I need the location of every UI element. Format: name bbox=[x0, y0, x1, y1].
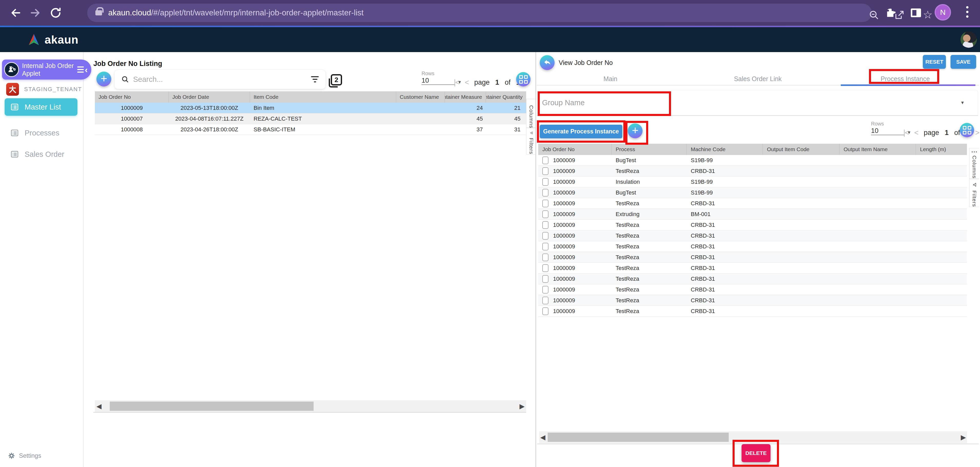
collapse-menu-icon[interactable]: ‹ bbox=[77, 65, 88, 74]
sidebar-item-processes[interactable]: Processes bbox=[5, 124, 78, 142]
applet-badge[interactable]: Internal Job Order Applet ‹ bbox=[2, 59, 91, 80]
row-checkbox[interactable] bbox=[542, 210, 549, 218]
column-header[interactable]: Job Order No bbox=[538, 144, 611, 155]
filter-icon[interactable] bbox=[311, 76, 319, 82]
tab-process-instance[interactable]: Process Instance bbox=[832, 73, 979, 85]
cell bbox=[396, 103, 445, 113]
table-row[interactable]: 1000009TestRezaCRBD-31 bbox=[538, 166, 967, 177]
column-header[interactable]: Output Item Code bbox=[763, 144, 840, 155]
sidebar-item-tenant[interactable]: STAGING_TENANT bbox=[6, 83, 82, 96]
table-row[interactable]: 1000009TestRezaCRBD-31 bbox=[538, 274, 967, 284]
column-header[interactable]: Process bbox=[611, 144, 687, 155]
column-header[interactable]: Container Quantity bbox=[486, 91, 526, 103]
column-header[interactable]: Customer Name bbox=[396, 91, 445, 103]
columns-side-tab[interactable]: Columns bbox=[969, 148, 979, 179]
duplicate-icon[interactable]: 2 bbox=[331, 74, 342, 86]
delete-button[interactable]: DELETE bbox=[741, 444, 770, 462]
table-row[interactable]: 10000092023-05-13T18:00:00ZBin Item2421 bbox=[95, 103, 526, 113]
horizontal-scrollbar[interactable]: ◀ ▶ bbox=[95, 400, 526, 412]
grid-view-button[interactable] bbox=[516, 72, 530, 86]
row-checkbox[interactable] bbox=[542, 167, 549, 175]
row-checkbox[interactable] bbox=[542, 253, 549, 261]
table-row[interactable]: 1000009BugTestS19B-99 bbox=[538, 187, 967, 198]
browser-back-icon[interactable] bbox=[8, 5, 24, 21]
table-row[interactable]: 1000009TestRezaCRBD-31 bbox=[538, 198, 967, 209]
filters-side-tab[interactable]: Filters bbox=[526, 128, 536, 155]
table-row[interactable]: 1000009TestRezaCRBD-31 bbox=[538, 220, 967, 230]
user-avatar[interactable] bbox=[961, 31, 977, 48]
browser-menu-icon[interactable] bbox=[966, 6, 969, 18]
browser-forward-icon[interactable] bbox=[27, 5, 43, 21]
row-checkbox[interactable] bbox=[542, 308, 549, 315]
scroll-left-icon[interactable]: ◀ bbox=[540, 434, 546, 441]
scroll-right-icon[interactable]: ▶ bbox=[961, 434, 966, 441]
column-header[interactable]: Item Code bbox=[250, 91, 396, 103]
side-panel-icon[interactable] bbox=[908, 5, 924, 21]
first-page-button[interactable]: |< bbox=[454, 78, 459, 87]
row-checkbox[interactable] bbox=[542, 178, 549, 186]
scrollbar-thumb[interactable] bbox=[548, 433, 729, 442]
row-checkbox[interactable] bbox=[542, 156, 549, 164]
table-row[interactable]: 10000072023-04-08T16:07:11.227ZREZA-CALC… bbox=[95, 113, 526, 124]
sidebar-item-sales-order[interactable]: Sales Order bbox=[5, 145, 78, 163]
save-button[interactable]: SAVE bbox=[950, 55, 976, 69]
table-row[interactable]: 10000082023-04-26T18:00:00ZSB-BASIC-ITEM… bbox=[95, 124, 526, 135]
sidebar-item-settings[interactable]: Settings bbox=[8, 452, 41, 459]
row-checkbox[interactable] bbox=[542, 286, 549, 293]
row-checkbox[interactable] bbox=[542, 232, 549, 240]
table-row[interactable]: 1000009TestRezaCRBD-31 bbox=[538, 284, 967, 295]
tab-main[interactable]: Main bbox=[537, 73, 684, 85]
row-checkbox[interactable] bbox=[542, 296, 549, 304]
scroll-left-icon[interactable]: ◀ bbox=[96, 402, 102, 410]
reset-button[interactable]: RESET bbox=[923, 55, 946, 69]
column-header[interactable]: Container Measure bbox=[445, 91, 486, 103]
next-page-button[interactable]: > bbox=[975, 129, 979, 137]
columns-icon bbox=[972, 151, 977, 152]
table-row[interactable]: 1000009TestRezaCRBD-31 bbox=[538, 263, 967, 274]
row-checkbox[interactable] bbox=[542, 189, 549, 196]
prev-page-button[interactable]: < bbox=[465, 78, 468, 87]
column-header[interactable]: Job Order No bbox=[95, 91, 169, 103]
column-header[interactable]: Length (m) bbox=[916, 144, 966, 155]
view-job-order-panel: View Job Order No RESET SAVE Main Sales … bbox=[536, 52, 980, 467]
zoom-out-icon[interactable] bbox=[867, 8, 881, 22]
row-checkbox[interactable] bbox=[542, 243, 549, 250]
column-header[interactable]: Job Order Date bbox=[169, 91, 250, 103]
table-row[interactable]: 1000009TestRezaCRBD-31 bbox=[538, 230, 967, 241]
tab-sales-order-link[interactable]: Sales Order Link bbox=[684, 73, 832, 85]
column-header[interactable]: Output Item Name bbox=[840, 144, 916, 155]
row-checkbox[interactable] bbox=[542, 200, 549, 207]
extensions-puzzle-icon[interactable] bbox=[882, 5, 899, 21]
browser-refresh-icon[interactable] bbox=[48, 5, 64, 21]
scrollbar-thumb[interactable] bbox=[110, 402, 313, 411]
group-name-select[interactable]: Group Name ▼ bbox=[537, 90, 978, 116]
grid-view-button[interactable] bbox=[960, 123, 974, 137]
scroll-right-icon[interactable]: ▶ bbox=[520, 402, 525, 410]
back-button[interactable] bbox=[540, 55, 555, 70]
browser-profile-avatar[interactable]: N bbox=[935, 4, 951, 21]
table-row[interactable]: 1000009InsulationS19B-99 bbox=[538, 177, 967, 187]
table-row[interactable]: 1000009TestRezaCRBD-31 bbox=[538, 306, 967, 317]
columns-side-tab[interactable]: Columns bbox=[526, 99, 536, 128]
prev-page-button[interactable]: < bbox=[914, 129, 918, 137]
horizontal-scrollbar[interactable]: ◀ ▶ bbox=[539, 431, 967, 443]
settings-label: Settings bbox=[19, 452, 41, 459]
table-row[interactable]: 1000009TestRezaCRBD-31 bbox=[538, 241, 967, 252]
add-process-instance-button[interactable]: + bbox=[628, 123, 643, 138]
search-input[interactable]: Search... bbox=[115, 70, 326, 89]
sidebar-item-master-list[interactable]: Master List bbox=[5, 98, 78, 116]
row-checkbox[interactable] bbox=[542, 275, 549, 283]
table-row[interactable]: 1000009TestRezaCRBD-31 bbox=[538, 252, 967, 263]
row-checkbox[interactable] bbox=[542, 264, 549, 272]
table-row[interactable]: 1000009BugTestS19B-99 bbox=[538, 155, 967, 166]
generate-process-instance-button[interactable]: Generate Process Instance bbox=[540, 125, 622, 138]
table-row[interactable]: 1000009TestRezaCRBD-31 bbox=[538, 295, 967, 306]
row-checkbox[interactable] bbox=[542, 221, 549, 229]
url-bar[interactable]: akaun.cloud/#/applet/tnt/wavelet/mrp/int… bbox=[87, 3, 872, 22]
table-row[interactable]: 1000009ExtrudingBM-001 bbox=[538, 209, 967, 220]
add-job-order-button[interactable]: + bbox=[96, 72, 111, 86]
first-page-button[interactable]: |< bbox=[903, 129, 908, 137]
filters-side-tab[interactable]: Filters bbox=[969, 179, 979, 207]
column-header[interactable]: Machine Code bbox=[687, 144, 763, 155]
cell bbox=[840, 306, 916, 316]
